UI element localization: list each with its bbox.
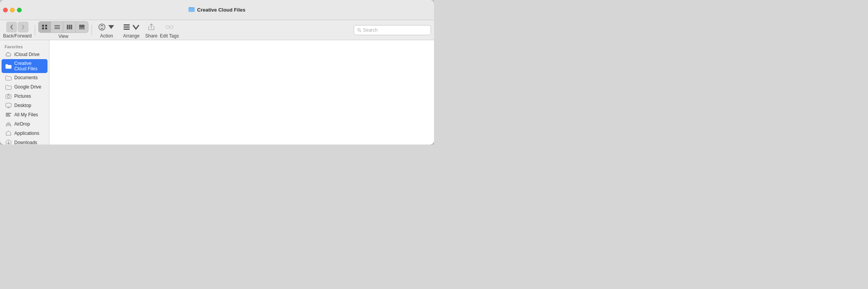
arrange-button[interactable] [120,22,143,32]
sidebar-label-all-my-files: All My Files [14,112,38,117]
sidebar-label-creative-cloud-files: Creative Cloud Files [14,61,44,71]
svg-rect-2 [42,25,44,27]
edit-tags-button[interactable] [163,22,176,32]
maximize-button[interactable] [17,8,22,12]
svg-rect-15 [83,28,85,29]
airdrop-icon [5,121,12,127]
content-area [49,40,434,144]
svg-rect-21 [170,26,173,29]
svg-point-25 [7,95,10,98]
share-button[interactable] [144,22,158,32]
sidebar-item-google-drive[interactable]: Google Drive [2,82,47,92]
svg-rect-13 [79,28,81,29]
sidebar-item-all-my-files[interactable]: All My Files [2,110,47,119]
view-buttons [38,21,88,33]
titlebar-center: Creative Cloud Files [189,7,246,14]
folder-icon [5,75,12,81]
arrange-label: Arrange [123,33,140,39]
sidebar: Favorites iCloud Drive Creative Cloud Fi… [0,40,49,144]
sidebar-label-pictures: Pictures [14,94,31,99]
sidebar-label-downloads: Downloads [14,140,37,144]
svg-rect-11 [71,25,72,29]
applications-icon [5,130,12,136]
folder-google-icon [5,84,12,90]
share-group: Share [144,22,158,39]
edit-tags-group: Edit Tags [160,22,179,39]
icon-view-button[interactable] [39,22,51,32]
svg-rect-17 [124,24,130,26]
svg-rect-4 [42,27,44,29]
minimize-button[interactable] [10,8,15,12]
toolbar: Back/Forward [0,20,434,40]
svg-rect-3 [45,25,47,27]
sidebar-label-icloud-drive: iCloud Drive [14,52,39,57]
action-button[interactable] [95,22,118,32]
sidebar-label-applications: Applications [14,131,39,136]
sidebar-item-documents[interactable]: Documents [2,73,47,82]
divider-1 [35,25,35,36]
svg-point-32 [8,124,9,126]
edit-tags-label: Edit Tags [160,33,179,39]
list-view-button[interactable] [51,22,63,32]
svg-point-22 [358,28,360,31]
sidebar-item-creative-cloud-files[interactable]: Creative Cloud Files [2,59,47,73]
downloads-icon [5,139,12,144]
svg-rect-9 [67,25,68,29]
sidebar-item-applications[interactable]: Applications [2,129,47,138]
sidebar-item-desktop[interactable]: Desktop [2,101,47,110]
share-label: Share [145,33,158,39]
titlebar: Creative Cloud Files [0,0,434,20]
search-input[interactable] [363,27,427,33]
svg-rect-6 [54,25,60,26]
sidebar-item-icloud-drive[interactable]: iCloud Drive [2,50,47,59]
back-forward-label: Back/Forward [3,33,32,39]
gallery-view-button[interactable] [76,22,88,32]
favorites-label: Favorites [0,43,49,50]
folder-blue-icon [5,63,12,69]
search-icon [357,28,361,32]
sidebar-label-desktop: Desktop [14,103,31,108]
divider-2 [92,25,92,36]
svg-rect-7 [54,27,60,27]
back-forward-group: Back/Forward [3,22,32,39]
svg-rect-12 [79,25,85,28]
window-title: Creative Cloud Files [197,7,246,13]
svg-rect-31 [6,116,10,117]
arrange-group: Arrange [120,22,143,39]
search-bar[interactable] [354,25,431,35]
view-label: View [58,34,68,39]
svg-rect-1 [189,8,195,12]
svg-line-23 [360,31,361,32]
column-view-button[interactable] [63,22,76,32]
svg-rect-29 [6,113,11,114]
svg-line-33 [6,131,8,133]
svg-rect-5 [45,27,47,29]
action-group: Action [95,22,118,39]
folder-icon [189,7,195,14]
forward-button[interactable] [18,22,29,32]
back-button[interactable] [6,22,17,32]
main-content: Favorites iCloud Drive Creative Cloud Fi… [0,40,434,144]
sidebar-item-pictures[interactable]: Pictures [2,92,47,101]
svg-rect-26 [6,103,11,107]
view-group: View [38,21,88,39]
svg-line-34 [8,131,11,133]
sidebar-label-google-drive: Google Drive [14,84,41,90]
svg-rect-8 [54,28,60,29]
svg-rect-19 [124,29,130,30]
close-button[interactable] [3,8,8,12]
sidebar-label-documents: Documents [14,75,38,80]
svg-rect-14 [81,28,83,29]
finder-window: Creative Cloud Files Back/Forward [0,0,434,144]
desktop-icon [5,102,12,109]
cloud-icon [5,51,12,58]
svg-rect-18 [124,26,130,27]
traffic-lights [3,8,22,12]
camera-icon [5,93,12,99]
sidebar-item-downloads[interactable]: Downloads [2,138,47,144]
svg-rect-10 [69,25,70,29]
action-label: Action [100,33,113,39]
sidebar-label-airdrop: AirDrop [14,121,30,127]
sidebar-item-airdrop[interactable]: AirDrop [2,119,47,129]
svg-rect-30 [6,114,10,116]
